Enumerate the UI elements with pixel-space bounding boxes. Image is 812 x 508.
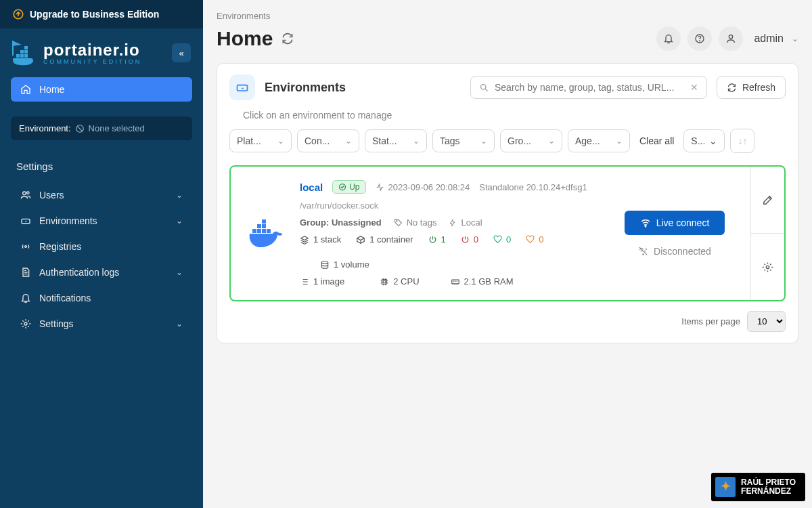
stat-ram: 2.1 GB RAM [451,276,514,287]
nav-notifications[interactable]: Notifications [11,286,192,310]
search-box[interactable]: ✕ [470,76,707,99]
svg-point-18 [480,84,486,89]
environment-settings-button[interactable] [751,233,784,300]
env-path: /var/run/docker.sock [300,200,600,211]
sort-select[interactable]: S...⌄ [683,129,725,152]
clear-search-button[interactable]: ✕ [690,82,698,93]
user-avatar-button[interactable] [719,26,743,51]
svg-rect-22 [267,229,271,233]
search-input[interactable] [495,82,685,93]
power-icon [461,235,470,244]
home-icon [20,84,31,95]
layers-icon [300,235,309,245]
heart-icon [493,235,502,244]
nav-settings[interactable]: Settings ⌄ [11,312,192,336]
pager-select[interactable]: 10 [747,311,786,332]
sort-direction-button[interactable]: ↓↑ [730,129,754,153]
filter-status[interactable]: Stat...⌄ [365,129,427,152]
svg-point-33 [643,254,644,255]
stat-running: 1 [428,234,446,245]
tag-icon [394,218,403,227]
svg-point-13 [24,322,27,325]
memory-icon [451,277,460,287]
database-icon [320,260,330,270]
card-title: Environments [265,81,461,95]
collapse-sidebar-button[interactable]: « [172,43,191,62]
live-connect-button[interactable]: Live connect [625,211,725,235]
clear-all-button[interactable]: Clear all [635,135,678,146]
user-icon [725,33,736,44]
nav-registries[interactable]: Registries [11,234,192,259]
chevron-down-icon: ⌄ [709,135,717,146]
svg-rect-25 [262,219,266,224]
nav-auth-logs[interactable]: Authentication logs ⌄ [11,260,192,284]
filter-platform[interactable]: Plat...⌄ [229,129,292,152]
svg-rect-2 [20,54,24,58]
user-menu[interactable]: admin ⌄ [754,33,798,45]
users-icon [20,190,31,200]
bell-icon [20,293,31,303]
activity-icon [376,183,384,192]
svg-point-27 [396,221,397,221]
docker-icon [246,180,286,287]
filter-agent[interactable]: Age...⌄ [568,129,630,152]
upgrade-banner[interactable]: Upgrade to Business Edition [0,0,203,28]
gear-icon [762,261,773,273]
watermark: ✦ RAÚL PRIETO FERNÁNDEZ [711,473,805,501]
chevron-down-icon: ⌄ [792,34,798,43]
page-title: Home [217,27,273,50]
nav-users[interactable]: Users ⌄ [11,183,192,207]
env-tags: No tags [394,217,437,228]
svg-rect-4 [20,50,24,54]
ban-icon [75,124,85,133]
wifi-off-icon [638,246,648,256]
nav-home[interactable]: Home [11,77,192,102]
file-icon [20,267,31,278]
svg-rect-23 [257,224,261,228]
stat-image: 1 image [300,276,344,287]
chevrons-left-icon: « [179,48,183,58]
env-timestamp: 2023-09-06 20:08:24 [376,182,470,192]
svg-rect-29 [382,279,387,284]
filter-group[interactable]: Gro...⌄ [500,129,562,152]
refresh-button[interactable]: Refresh [717,76,786,99]
chevron-down-icon: ⌄ [176,216,183,226]
help-button[interactable] [687,26,712,51]
page-refresh-button[interactable] [281,32,294,45]
edit-environment-button[interactable] [751,167,784,233]
help-circle-icon [694,33,705,44]
svg-point-15 [700,41,700,41]
filter-connection[interactable]: Con...⌄ [297,129,359,152]
svg-point-9 [23,192,26,195]
settings-heading: Settings [0,148,203,177]
sort-arrows-icon: ↓↑ [738,135,747,146]
main-content: Environments Home admin [203,0,812,508]
svg-rect-6 [24,46,28,49]
zap-icon [449,219,457,227]
environments-icon [229,75,255,100]
env-name: local [300,182,323,193]
svg-point-16 [729,35,733,39]
status-badge: Up [332,180,365,194]
gear-icon [20,318,31,329]
svg-point-12 [25,246,27,248]
environment-card-local[interactable]: local Up 2023-09-06 20:08:24 Standalone … [229,165,786,301]
logo-main: portainer.io [43,41,165,60]
svg-rect-3 [24,54,28,58]
stat-stack: 1 stack [300,234,341,245]
svg-rect-20 [257,229,261,233]
environments-card: Environments ✕ Refresh Click on an envir… [217,63,798,343]
stat-container: 1 container [356,234,413,245]
filter-tags[interactable]: Tags⌄ [432,129,495,152]
notifications-button[interactable] [656,26,681,51]
upgrade-label: Upgrade to Business Edition [30,9,159,20]
chevron-down-icon: ⌄ [277,136,284,146]
sidebar: Upgrade to Business Edition portainer.io… [0,0,203,508]
stat-healthy: 0 [493,234,511,245]
chevron-down-icon: ⌄ [176,319,183,329]
chevron-down-icon: ⌄ [345,136,352,146]
nav-notifications-label: Notifications [39,293,91,303]
nav-environments[interactable]: Environments ⌄ [11,209,192,233]
power-icon [428,235,437,244]
refresh-icon [727,83,737,93]
